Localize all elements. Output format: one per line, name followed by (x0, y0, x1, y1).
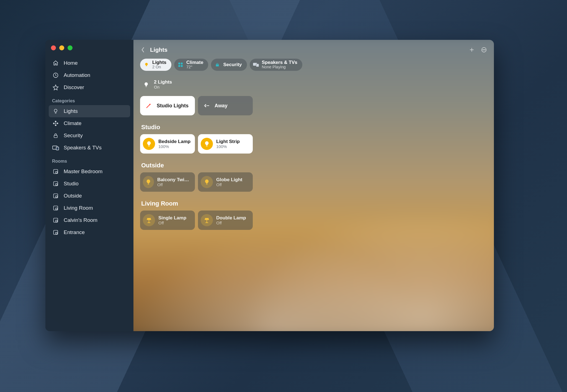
lamp-icon (201, 214, 213, 226)
accessory-single-lamp[interactable]: Single LampOff (140, 211, 195, 230)
sidebar-item-label: Home (64, 60, 78, 66)
svg-rect-12 (56, 208, 57, 210)
app-window: Home Automation Discover Categories Ligh… (45, 40, 494, 331)
add-button[interactable] (468, 46, 475, 53)
accessory-globe-light[interactable]: Globe LightOff (198, 172, 253, 192)
more-button[interactable] (481, 46, 487, 53)
accessory-name: Double Lamp (216, 215, 246, 221)
accessory-status: 100% (216, 144, 240, 149)
svg-point-19 (484, 50, 484, 50)
main-content: Lights Lights2 On (133, 40, 494, 331)
lightbulb-icon (201, 176, 213, 188)
sidebar-room-outside[interactable]: Outside (49, 190, 130, 202)
sidebar-item-label: Studio (64, 181, 79, 187)
accessory-status: Off (216, 220, 246, 225)
room-heading-studio: Studio (140, 122, 487, 134)
scene-away[interactable]: Away (198, 96, 253, 115)
room-icon (52, 180, 59, 187)
sidebar-item-security[interactable]: Security (49, 129, 130, 142)
pill-lights[interactable]: Lights2 On (140, 59, 171, 71)
sidebar-item-label: Climate (64, 120, 81, 126)
clock-icon (52, 72, 59, 79)
back-button[interactable] (140, 47, 146, 53)
sidebar-item-label: Security (64, 133, 83, 139)
house-icon (52, 59, 59, 67)
lamp-icon (143, 214, 155, 226)
sidebar-room-studio[interactable]: Studio (49, 178, 130, 190)
accessory-status: Off (216, 182, 242, 187)
svg-rect-10 (56, 196, 57, 198)
pill-subtitle: 72° (186, 65, 203, 69)
accessory-balcony-twinkle[interactable]: Balcony Twink…Off (140, 172, 195, 192)
sidebar-room-calvins-room[interactable]: Calvin's Room (49, 214, 130, 226)
sidebar-item-label: Discover (64, 84, 84, 90)
sidebar-item-discover[interactable]: Discover (49, 81, 130, 94)
accessory-bedside-lamp[interactable]: Bedside Lamp100% (140, 134, 195, 154)
sidebar-item-label: Master Bedroom (64, 168, 102, 175)
svg-rect-16 (56, 232, 57, 234)
pill-security[interactable]: Security (211, 59, 247, 71)
svg-rect-8 (56, 184, 57, 185)
sidebar-room-living-room[interactable]: Living Room (49, 202, 130, 214)
accessory-name: Light Strip (216, 139, 240, 144)
pill-title: Security (223, 62, 242, 67)
tv-icon (52, 144, 59, 151)
svg-rect-22 (181, 63, 183, 64)
room-heading-outside: Outside (140, 160, 487, 172)
sidebar-item-speakers[interactable]: Speakers & TVs (49, 142, 130, 154)
sidebar-item-lights[interactable]: Lights (49, 105, 130, 117)
sidebar-item-label: Speakers & TVs (64, 145, 102, 151)
sidebar-item-label: Lights (64, 108, 78, 114)
sidebar-section-categories: Categories (49, 94, 130, 105)
summary-title: 2 Lights (154, 80, 172, 85)
airplane-icon (203, 102, 210, 109)
svg-rect-24 (181, 65, 183, 67)
window-close-button[interactable] (51, 45, 56, 50)
pill-subtitle: None Playing (262, 65, 298, 69)
svg-rect-6 (56, 172, 57, 173)
room-heading-living-room: Living Room (140, 198, 487, 211)
room-icon (52, 229, 59, 236)
scene-label: Away (215, 103, 228, 109)
fan-icon (52, 120, 59, 127)
titlebar: Lights (140, 45, 487, 54)
sidebar-item-label: Outside (64, 193, 82, 199)
pill-title: Speakers & TVs (262, 60, 298, 65)
accessory-light-strip[interactable]: Light Strip100% (198, 134, 253, 154)
tv-icon (253, 62, 259, 68)
accessory-double-lamp[interactable]: Double LampOff (198, 211, 253, 230)
lock-icon (214, 62, 220, 68)
accessory-name: Bedside Lamp (158, 139, 190, 144)
pill-title: Climate (186, 60, 203, 65)
pill-title: Lights (152, 60, 166, 65)
summary-subtitle: On (154, 85, 172, 90)
lights-summary[interactable]: 2 Lights On (140, 79, 487, 96)
lightbulb-icon (201, 138, 213, 150)
star-icon (52, 84, 59, 91)
scene-studio-lights[interactable]: Studio Lights (140, 96, 195, 115)
room-icon (52, 192, 59, 199)
sidebar-item-label: Entrance (64, 229, 85, 235)
window-minimize-button[interactable] (59, 45, 64, 50)
window-controls (49, 44, 130, 57)
sidebar: Home Automation Discover Categories Ligh… (45, 40, 133, 331)
sidebar-item-label: Calvin's Room (64, 217, 97, 223)
sidebar-section-rooms: Rooms (49, 154, 130, 165)
sidebar-item-home[interactable]: Home (49, 57, 130, 69)
room-icon (52, 204, 59, 212)
pill-climate[interactable]: Climate72° (174, 59, 208, 71)
pill-subtitle: 2 On (152, 65, 166, 69)
accessory-status: Off (157, 182, 191, 187)
svg-point-18 (483, 50, 483, 50)
sidebar-item-automation[interactable]: Automation (49, 69, 130, 81)
pill-speakers[interactable]: Speakers & TVsNone Playing (250, 59, 303, 71)
sidebar-item-label: Automation (64, 72, 90, 78)
sidebar-item-climate[interactable]: Climate (49, 117, 130, 129)
sidebar-room-master-bedroom[interactable]: Master Bedroom (49, 165, 130, 178)
svg-point-1 (55, 123, 56, 124)
window-fullscreen-button[interactable] (68, 45, 73, 50)
svg-rect-14 (56, 220, 57, 222)
room-icon (52, 168, 59, 175)
lock-icon (52, 132, 59, 139)
sidebar-room-entrance[interactable]: Entrance (49, 226, 130, 238)
